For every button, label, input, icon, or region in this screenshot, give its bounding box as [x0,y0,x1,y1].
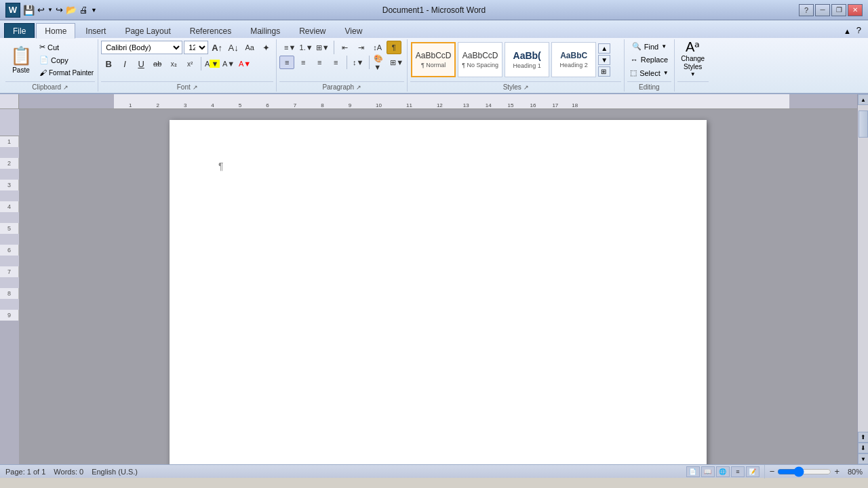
tab-home[interactable]: Home [36,23,75,39]
bullets-btn[interactable]: ≡▼ [283,41,298,54]
borders-btn[interactable]: ⊞▼ [389,56,404,69]
paste-icon: 📋 [10,45,32,66]
scroll-track[interactable] [858,105,868,432]
qa-open[interactable]: 📂 [66,5,77,15]
line-spacing-btn[interactable]: ↕▼ [351,56,366,69]
show-hide-btn[interactable]: ¶ [387,41,401,54]
style-heading2-label: Heading 2 [560,62,588,68]
zoom-slider[interactable] [777,468,831,476]
sort-btn[interactable]: ↕A [370,41,385,54]
full-reading-view-btn[interactable]: 📖 [701,466,715,477]
draft-view-btn[interactable]: 📝 [746,466,760,477]
tab-view[interactable]: View [336,23,372,38]
clipboard-group: 📋 Paste ✂ Cut 📄 Copy 🖌 Format Painter Cl… [3,39,98,92]
strikethrough-btn[interactable]: ab [150,57,165,70]
qa-print[interactable]: 🖨 [79,5,88,15]
change-styles-btn[interactable]: Aᵃ ChangeStyles ▼ [677,41,709,75]
cut-btn[interactable]: ✂ Cut [38,41,95,53]
replace-icon: ↔ [631,56,638,64]
font-format-row: B I U ab x₂ x² A▼ A▼ A▼ [101,57,252,70]
align-right-btn[interactable]: ≡ [312,56,327,69]
close-btn[interactable]: ✕ [848,4,863,16]
style-heading1[interactable]: AaBb( Heading 1 [505,42,549,77]
paragraph-row1: ≡▼ 1.▼ ⊞▼ ⇤ ⇥ ↕A ¶ [283,41,401,54]
increase-indent-btn[interactable]: ⇥ [354,41,369,54]
document-page[interactable]: ¶ [170,120,707,464]
tab-insert[interactable]: Insert [77,23,115,38]
minimize-btn[interactable]: ─ [815,4,830,16]
scroll-page-down[interactable]: ⬇ [858,443,868,453]
style-normal-preview: AaBbCcD [416,51,452,60]
numbering-btn[interactable]: 1.▼ [299,41,314,54]
paste-btn[interactable]: 📋 Paste [5,43,37,77]
shading-btn[interactable]: A▼ [221,57,236,70]
scroll-up-btn[interactable]: ▲ [858,94,868,105]
tab-page-layout[interactable]: Page Layout [116,23,179,38]
page-status: Page: 1 of 1 [5,468,45,476]
zoom-level[interactable]: 80% [842,468,863,476]
tab-review[interactable]: Review [290,23,334,38]
style-normal[interactable]: AaBbCcD ¶ Normal [411,42,456,77]
select-label: Select [639,69,660,77]
qa-save[interactable]: 💾 [23,5,35,16]
tab-mailings[interactable]: Mailings [241,23,289,38]
replace-label: Replace [641,56,668,64]
horizontal-ruler: 1 2 3 4 5 6 7 8 9 10 11 12 13 14 15 16 1 [19,94,857,109]
shading-para-btn[interactable]: 🎨▼ [373,56,388,69]
styles-expand[interactable]: ⊞ [598,66,610,77]
scroll-page-up[interactable]: ⬆ [858,432,868,443]
ribbon-expand-btn[interactable]: ▲ [841,24,854,38]
style-heading2[interactable]: AaBbC Heading 2 [551,42,596,77]
clear-format-btn[interactable]: ✦ [258,41,273,54]
window-controls: ? ─ ❐ ✕ [799,4,863,16]
tab-references[interactable]: References [181,23,240,38]
replace-btn[interactable]: ↔ Replace [628,54,671,65]
multilevel-btn[interactable]: ⊞▼ [315,41,330,54]
zoom-in-btn[interactable]: + [834,466,840,476]
align-left-btn[interactable]: ≡ [279,56,294,69]
shrink-font-btn[interactable]: A↓ [226,41,241,54]
font-face-select[interactable]: Calibri (Body) [101,41,182,54]
superscript-btn[interactable]: x² [182,57,197,70]
italic-btn[interactable]: I [117,57,132,70]
justify-btn[interactable]: ≡ [328,56,343,69]
styles-scroll-down[interactable]: ▼ [598,55,610,65]
styles-content: AaBbCcD ¶ Normal AaBbCcD ¶ No Spacing Aa… [410,39,621,80]
language-btn[interactable]: English (U.S.) [92,468,138,476]
qa-undo[interactable]: ↩ [37,5,45,15]
document-canvas[interactable]: ¶ [19,109,857,464]
text-highlight-btn[interactable]: A▼ [205,57,220,70]
underline-btn[interactable]: U [134,57,149,70]
web-layout-view-btn[interactable]: 🌐 [716,466,730,477]
find-btn[interactable]: 🔍 Find ▼ [629,41,669,52]
align-center-btn[interactable]: ≡ [296,56,311,69]
styles-label: Styles ↗ [410,81,621,92]
print-layout-view-btn[interactable]: 📄 [686,466,700,477]
format-painter-btn[interactable]: 🖌 Format Painter [38,67,95,78]
scroll-thumb[interactable] [859,110,868,138]
restore-btn[interactable]: ❐ [831,4,846,16]
change-case-btn[interactable]: Aa [242,41,257,54]
font-color-btn[interactable]: A▼ [237,57,252,70]
decrease-indent-btn[interactable]: ⇤ [338,41,353,54]
select-btn[interactable]: ⬚ Select ▼ [627,67,671,79]
bold-btn[interactable]: B [101,57,116,70]
cut-icon: ✂ [39,43,45,52]
scroll-down-btn[interactable]: ▼ [858,453,868,464]
subscript-btn[interactable]: x₂ [166,57,181,70]
help-btn[interactable]: ? [799,4,814,16]
qa-undo-dropdown[interactable]: ▼ [47,7,53,13]
editing-label: Editing [627,81,671,92]
words-status: Words: 0 [54,468,83,476]
style-no-spacing[interactable]: AaBbCcD ¶ No Spacing [458,42,502,77]
help-icon[interactable]: ? [854,22,864,38]
styles-scroll-up[interactable]: ▲ [598,43,610,54]
qa-customize[interactable]: ▼ [91,7,97,14]
qa-redo[interactable]: ↪ [56,5,63,15]
outline-view-btn[interactable]: ≡ [731,466,745,477]
tab-file[interactable]: File [4,23,35,38]
font-size-select[interactable]: 12 [184,41,208,54]
copy-btn[interactable]: 📄 Copy [38,54,95,66]
zoom-out-btn[interactable]: − [770,466,775,476]
grow-font-btn[interactable]: A↑ [210,41,224,54]
